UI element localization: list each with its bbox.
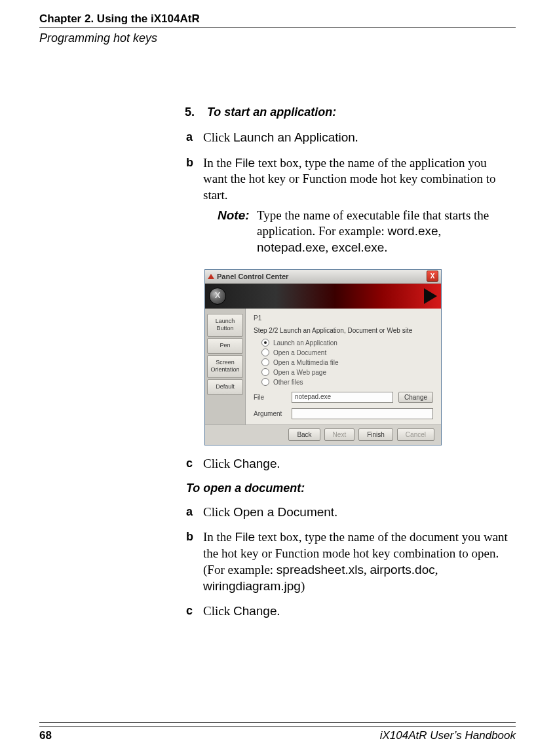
tab-default[interactable]: Default xyxy=(207,379,243,395)
step-title: To start an application: xyxy=(207,105,336,120)
doc-b-pre: In the xyxy=(203,530,235,544)
note-body: Type the name of executable file that st… xyxy=(257,208,512,256)
radio-label: Open a Multimedia file xyxy=(273,358,339,367)
next-button[interactable]: Next xyxy=(324,428,355,441)
radio-other-files[interactable]: Other files xyxy=(261,378,433,387)
step-number: 5. xyxy=(185,105,207,120)
doc-c-pre: Click xyxy=(203,604,233,618)
doc-b-ex2: airports.doc xyxy=(370,563,434,576)
main-content: 5. To start an application: a Click Laun… xyxy=(185,105,512,628)
cancel-button[interactable]: Cancel xyxy=(397,428,434,441)
wizard-step-label: Step 2/2 Launch an Application, Document… xyxy=(254,326,433,335)
doc-b-post: ) xyxy=(301,579,305,593)
doc-section-title: To open a document: xyxy=(186,481,512,496)
substep-b-body: In the File text box, type the name of t… xyxy=(203,155,512,260)
doc-b-letter: b xyxy=(186,529,203,594)
footer-rule-bottom xyxy=(39,727,516,727)
handbook-title: iX104AtR User’s Handbook xyxy=(380,728,516,743)
substep-b-ui: File xyxy=(235,156,256,170)
doc-a-ui: Open a Document xyxy=(233,505,334,519)
substep-a-end: . xyxy=(355,130,358,144)
change-button[interactable]: Change xyxy=(398,392,433,403)
side-tabs: Launch Button Pen Screen Orientation Def… xyxy=(205,309,246,425)
doc-b-body: In the File text box, type the name of t… xyxy=(203,529,512,594)
radio-label: Open a Document xyxy=(273,349,326,357)
doc-b-sep2: , xyxy=(435,563,438,576)
tab-launch-button[interactable]: Launch Button xyxy=(207,314,243,337)
banner-triangle-icon xyxy=(424,288,437,304)
file-input[interactable]: notepad.exe xyxy=(292,392,393,403)
close-icon[interactable]: X xyxy=(427,271,438,282)
tab-screen-orientation[interactable]: Screen Orientation xyxy=(207,355,243,378)
footer-rule-top xyxy=(39,722,516,723)
doc-c-letter: c xyxy=(186,603,203,620)
window-title: Panel Control Center xyxy=(217,272,288,281)
radio-icon xyxy=(261,378,269,386)
button-id-label: P1 xyxy=(254,314,433,322)
app-icon xyxy=(208,274,214,279)
substep-c-body: Click Change. xyxy=(203,456,512,472)
section-title: Programming hot keys xyxy=(39,31,516,46)
note-sep2: , xyxy=(326,240,332,254)
doc-c-post: . xyxy=(277,604,280,618)
doc-a-pre: Click xyxy=(203,505,233,519)
screenshot-panel-control-center: Panel Control Center X X Launch Button P… xyxy=(204,269,442,445)
doc-b-sep1: , xyxy=(364,563,370,576)
file-label: File xyxy=(254,393,286,402)
page-footer: 68 iX104AtR User’s Handbook xyxy=(39,721,516,743)
doc-a-post: . xyxy=(334,505,337,519)
substep-b-pre: In the xyxy=(203,156,235,170)
wizard-buttons: Back Next Finish Cancel xyxy=(205,425,441,445)
note-ex3: excel.exe xyxy=(332,240,384,254)
doc-c-body: Click Change. xyxy=(203,603,512,620)
note-ex2: notepad.exe xyxy=(257,240,326,254)
doc-c-ui: Change xyxy=(233,604,277,618)
page-number: 68 xyxy=(39,728,52,743)
substep-c-ui: Change xyxy=(233,457,277,470)
note-sep1: , xyxy=(438,224,442,238)
note-label: Note: xyxy=(218,208,257,256)
header-rule xyxy=(39,28,516,28)
radio-label: Other files xyxy=(273,378,303,387)
tab-pen[interactable]: Pen xyxy=(207,338,243,354)
radio-open-webpage[interactable]: Open a Web page xyxy=(261,368,433,377)
finish-button[interactable]: Finish xyxy=(358,428,393,441)
substep-c-pre: Click xyxy=(203,457,233,470)
main-pane: P1 Step 2/2 Launch an Application, Docum… xyxy=(246,309,441,425)
radio-label: Open a Web page xyxy=(273,368,326,377)
xplore-logo-icon: X xyxy=(209,288,226,305)
note-pre: Type the name of executable file that st… xyxy=(257,208,489,238)
substep-a-text: Click xyxy=(203,130,233,144)
radio-open-multimedia[interactable]: Open a Multimedia file xyxy=(261,358,433,367)
substep-a-body: Click Launch an Application. xyxy=(203,130,512,146)
radio-open-document[interactable]: Open a Document xyxy=(261,349,433,357)
radio-label: Launch an Application xyxy=(273,339,337,347)
note-post: . xyxy=(384,240,387,254)
substep-c-post: . xyxy=(277,457,280,470)
radio-icon xyxy=(261,339,269,347)
titlebar: Panel Control Center X xyxy=(205,270,441,284)
radio-icon xyxy=(261,368,269,376)
substep-b-letter: b xyxy=(186,155,203,260)
substep-a-letter: a xyxy=(186,130,203,146)
chapter-title: Chapter 2. Using the iX104AtR xyxy=(39,12,516,26)
doc-b-ex1: spreadsheet.xls xyxy=(277,563,364,576)
app-banner: X xyxy=(205,284,441,309)
radio-launch-application[interactable]: Launch an Application xyxy=(261,339,433,347)
note-ex1: word.exe xyxy=(387,224,438,238)
argument-input[interactable] xyxy=(292,408,433,419)
radio-icon xyxy=(261,358,269,366)
doc-b-ex3: wiringdiagram.jpg xyxy=(203,579,301,593)
back-button[interactable]: Back xyxy=(288,428,320,441)
doc-a-body: Click Open a Document. xyxy=(203,504,512,521)
doc-a-letter: a xyxy=(186,504,203,521)
argument-label: Argument xyxy=(254,409,286,418)
substep-a-ui-text: Launch an Application xyxy=(233,130,355,144)
radio-icon xyxy=(261,349,269,356)
doc-b-ui: File xyxy=(235,530,256,544)
substep-c-letter: c xyxy=(186,456,203,472)
